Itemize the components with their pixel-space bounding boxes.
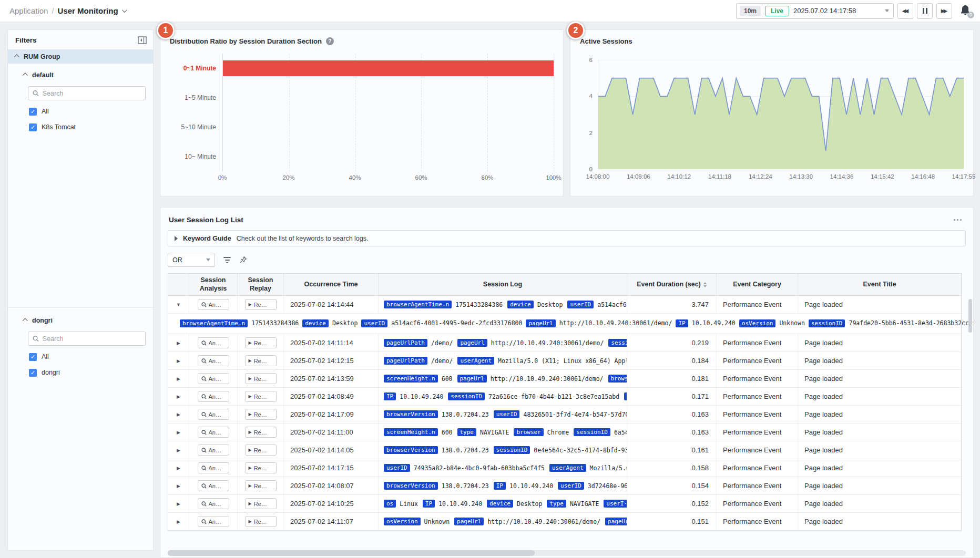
log-value: 48326501-3f7d-4e74-b547-57d70··· [523,411,627,418]
notification-bell[interactable]: 0 [959,4,973,18]
sort-icon[interactable] [703,282,707,287]
collapse-sidebar-icon[interactable] [138,36,147,44]
horizontal-scrollbar[interactable] [168,550,966,556]
table-row[interactable]: ▶An…▶Re…2025-07-02 14:11:07osVersionUnkn… [168,513,961,531]
search-input[interactable] [43,90,141,97]
breadcrumb-application[interactable]: Application [9,6,48,15]
session-analysis-button[interactable]: An… [198,337,229,348]
rewind-button[interactable]: ◀◀ [897,3,913,19]
pause-button[interactable] [917,3,933,19]
session-analysis-button[interactable]: An… [198,391,229,402]
session-replay-button[interactable]: ▶Re… [245,462,277,473]
sidebar-group-rum[interactable]: RUM Group [8,49,153,64]
session-log: browserVersion138.0.7204.23userID4832650… [379,406,627,423]
search-input[interactable] [43,335,141,343]
session-replay-button[interactable]: ▶Re… [245,373,277,384]
vertical-scrollbar[interactable] [968,299,972,333]
session-analysis-button[interactable]: An… [198,299,229,310]
occurrence-time: 2025-07-02 14:08:07 [284,477,379,494]
expand-toggle-icon[interactable]: ▶ [177,519,180,524]
log-key-tag: pageUrlPath [384,357,427,365]
sidebar-group-dongri[interactable]: dongri [8,313,153,327]
checkbox-checked-icon[interactable]: ✓ [29,108,37,116]
session-analysis-button[interactable]: An… [198,373,229,384]
occurrence-time: 2025-07-02 14:17:09 [284,406,379,423]
session-log: browserVersion138.0.7204.23IP10.10.49.24… [379,477,627,494]
expand-toggle-icon[interactable]: ▶ [177,448,180,453]
scrollbar-thumb[interactable] [168,550,535,556]
live-badge[interactable]: Live [765,6,789,16]
expand-toggle-icon[interactable]: ▶ [177,340,180,346]
expand-toggle-icon[interactable]: ▶ [177,358,180,364]
checkbox-checked-icon[interactable]: ✓ [29,353,37,361]
session-replay-button[interactable]: ▶Re… [245,391,277,402]
session-replay-button[interactable]: ▶Re… [245,299,277,310]
expand-toggle-icon[interactable]: ▶ [177,430,180,435]
keyword-guide[interactable]: Keyword Guide Check out the list of keyw… [168,230,966,246]
session-replay-button[interactable]: ▶Re… [245,355,277,366]
filter-item-all[interactable]: ✓ All [8,104,153,119]
table-row[interactable]: ▶An…▶Re…2025-07-02 14:17:09browserVersio… [168,406,961,423]
time-range-control[interactable]: 10m Live 2025.07.02 14:17:58 [736,3,894,19]
table-row[interactable]: ▼An…▶Re…2025-07-02 14:14:44browserAgentT… [168,296,961,314]
table-row[interactable]: ▶An…▶Re…2025-07-02 14:11:00screenHeight.… [168,423,961,441]
session-analysis-button[interactable]: An… [198,445,229,456]
session-analysis-button[interactable]: An… [198,480,229,491]
session-replay-button[interactable]: ▶Re… [245,337,277,348]
expand-toggle-icon[interactable]: ▶ [177,483,180,489]
play-icon: ▶ [249,466,252,470]
table-row[interactable]: ▶An…▶Re…2025-07-02 14:17:15userID74935a8… [168,459,961,477]
table-row[interactable]: ▶An…▶Re…2025-07-02 14:08:49IP10.10.49.24… [168,388,961,406]
checkbox-label: All [42,353,49,360]
checkbox-label: All [42,108,49,115]
expand-right-icon[interactable] [175,236,178,241]
session-replay-button[interactable]: ▶Re… [245,516,277,527]
session-analysis-button[interactable]: An… [198,516,229,527]
expand-toggle-icon[interactable]: ▶ [177,376,180,381]
log-key-tag: userID [361,319,387,327]
filter-icon[interactable] [222,256,232,264]
expand-toggle-icon[interactable]: ▶ [177,394,180,399]
log-value: 600 [442,375,453,383]
expand-toggle-icon[interactable]: ▶ [177,412,180,417]
session-replay-button[interactable]: ▶Re… [245,480,277,491]
help-icon[interactable]: ? [326,37,334,45]
time-range-badge[interactable]: 10m [740,6,761,16]
table-row[interactable]: ▶An…▶Re…2025-07-02 14:14:05browserVersio… [168,441,961,459]
more-menu-icon[interactable] [952,217,964,223]
session-replay-button[interactable]: ▶Re… [245,427,277,438]
table-row[interactable]: ▶An…▶Re…2025-07-02 14:12:15pageUrlPath/d… [168,352,961,370]
filter-item-dongri[interactable]: ✓ dongri [8,365,153,380]
session-replay-button[interactable]: ▶Re… [245,498,277,509]
log-panel-title: User Session Log List [169,216,243,224]
log-value: 74935a82-b84e-4bc0-9fab-603bba5cf4f5 [414,464,545,472]
session-analysis-button[interactable]: An… [198,427,229,438]
event-title: Page loaded [798,459,961,477]
expand-toggle-icon[interactable]: ▼ [176,302,181,307]
chevron-down-icon[interactable] [122,7,127,13]
session-analysis-button[interactable]: An… [198,355,229,366]
pin-icon[interactable] [239,256,247,264]
log-value: http://10.10.49.240:30061/demo/ [487,518,600,525]
col-event-duration[interactable]: Event Duration (sec) [627,274,717,295]
chevron-down-icon[interactable] [885,9,889,12]
fast-forward-button[interactable]: ▶▶ [936,3,952,19]
expand-toggle-icon[interactable]: ▶ [177,501,180,507]
filter-item-all[interactable]: ✓ All [8,349,153,365]
page-title[interactable]: User Monitoring [58,6,118,15]
session-replay-button[interactable]: ▶Re… [245,409,277,420]
session-analysis-button[interactable]: An… [198,498,229,509]
session-analysis-button[interactable]: An… [198,409,229,420]
table-row[interactable]: ▶An…▶Re…2025-07-02 14:10:25osLinuxIP10.1… [168,495,961,513]
expand-toggle-icon[interactable]: ▶ [177,466,180,471]
session-replay-button[interactable]: ▶Re… [245,445,277,456]
filter-item-k8s-tomcat[interactable]: ✓ K8s Tomcat [8,119,153,135]
checkbox-checked-icon[interactable]: ✓ [29,123,37,131]
table-row[interactable]: ▶An…▶Re…2025-07-02 14:08:07browserVersio… [168,477,961,495]
sidebar-group-default[interactable]: default [8,68,153,82]
table-row[interactable]: ▶An…▶Re…2025-07-02 14:13:59screenHeight.… [168,370,961,388]
session-analysis-button[interactable]: An… [198,462,229,473]
table-row[interactable]: ▶An…▶Re…2025-07-02 14:11:14pageUrlPath/d… [168,334,961,352]
operator-select[interactable]: OR [168,253,215,267]
checkbox-checked-icon[interactable]: ✓ [29,369,37,377]
